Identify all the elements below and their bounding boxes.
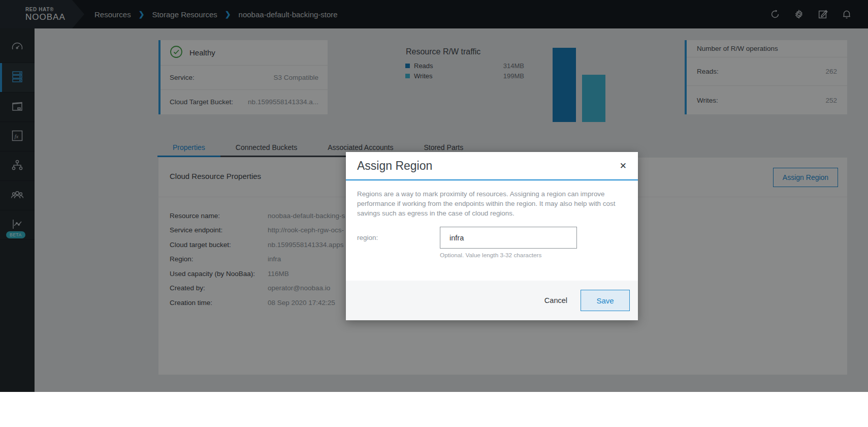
cancel-button[interactable]: Cancel bbox=[544, 296, 567, 304]
modal-title: Assign Region bbox=[357, 159, 432, 173]
modal-description: Regions are a way to mark proximity of r… bbox=[357, 189, 627, 218]
save-button[interactable]: Save bbox=[581, 290, 630, 311]
region-field-label: region: bbox=[357, 227, 440, 259]
close-icon[interactable]: ✕ bbox=[620, 162, 627, 170]
region-input[interactable] bbox=[440, 227, 577, 249]
app-window: RED HAT® NOOBAA Resources ❯ Storage Reso… bbox=[0, 0, 868, 392]
assign-region-modal: Assign Region ✕ Regions are a way to mar… bbox=[346, 152, 638, 320]
region-helper-text: Optional. Value length 3-32 characters bbox=[440, 252, 577, 259]
